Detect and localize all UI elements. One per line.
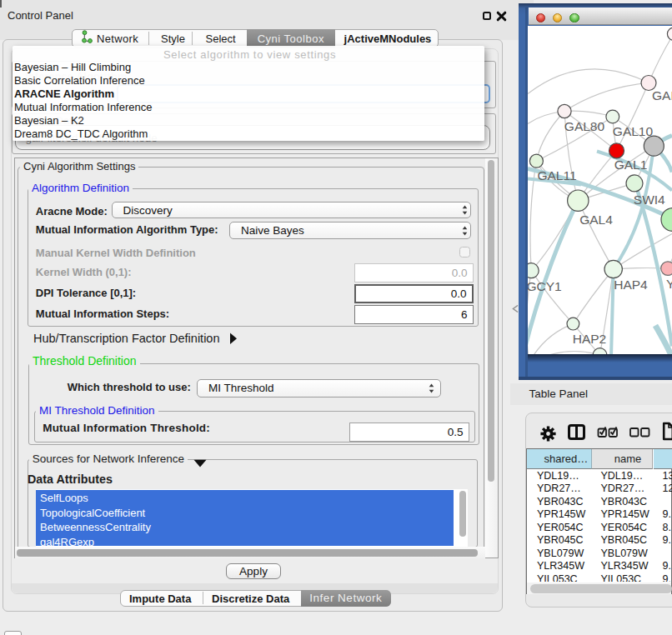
svg-text:GCY1: GCY1 (528, 278, 562, 292)
svg-text:HAP2: HAP2 (573, 332, 607, 346)
svg-text:SWI4: SWI4 (634, 192, 665, 206)
svg-text:GAL10: GAL10 (613, 123, 654, 138)
svg-text:GAL11: GAL11 (537, 168, 576, 182)
svg-text:GAL80: GAL80 (564, 118, 605, 132)
svg-text:GAL7: GAL7 (652, 88, 672, 102)
svg-text:HAP4: HAP4 (614, 277, 648, 291)
svg-text:GAL4: GAL4 (579, 212, 613, 226)
svg-text:GAL1: GAL1 (614, 158, 648, 172)
svg-text:YM: YM (666, 276, 672, 290)
